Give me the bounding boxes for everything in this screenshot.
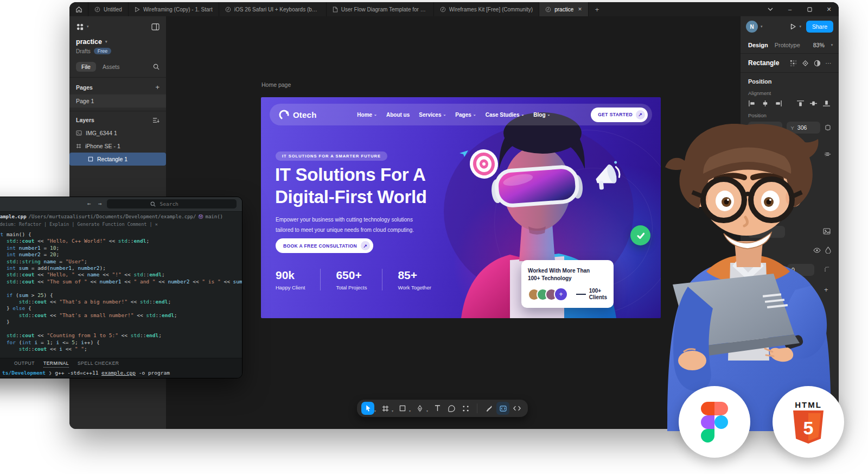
panel-tab-output[interactable]: OUTPUT [14,361,35,368]
zoom-level[interactable]: 83% [813,42,825,48]
editor-tab[interactable]: practice✕ [539,2,589,16]
actions-tool-icon[interactable] [459,402,472,415]
svg-text:5: 5 [803,418,814,438]
terminal-line[interactable]: ts/Development ❯ g++ -std=c++11 example.… [0,368,242,376]
tool-caret-icon[interactable]: ▾ [409,409,411,413]
align-right-icon[interactable] [774,100,782,107]
code-area[interactable]: int main() { std::cout << "Hello, C++ Wo… [0,230,242,352]
editor-tab[interactable]: Wireframes Kit [Free] (Community) [434,2,539,16]
window-tab-bar: UntitledWireframing (Copy) - 1. StartiOS… [69,2,839,17]
text-tool-icon[interactable] [431,402,444,415]
tool-caret-icon[interactable]: ▾ [392,409,393,413]
share-button[interactable]: Share [806,21,833,33]
tool-caret-icon[interactable]: ▾ [426,409,428,413]
hero-eyebrow-badge: IT SOLUTIONS FOR A SMARTER FUTURE [276,151,387,161]
forward-icon[interactable]: → [98,200,102,207]
blend-half-icon[interactable] [814,60,821,67]
figma-file-icon [94,7,100,12]
frame-name-label[interactable]: Home page [261,81,291,88]
align-v-center-icon[interactable] [809,100,818,107]
layer-item[interactable]: IMG_6344 1 [69,127,166,140]
move-tool-icon[interactable] [361,402,374,415]
comment-tool-icon[interactable] [445,402,458,415]
tab-file[interactable]: File [76,62,96,72]
design-canvas[interactable]: Home page [166,16,741,429]
tab-assets[interactable]: Assets [103,64,120,70]
html-wordmark: HTML [795,400,822,409]
get-started-button[interactable]: GET STARTED ↗ [591,108,648,122]
code-line: if (sum > 25) { [0,292,242,299]
editor-tab[interactable]: iOS 26 Safari UI + Keyboards (beta) ( [219,2,327,16]
close-tab-icon[interactable]: ✕ [578,7,582,12]
editor-tab[interactable]: User Flow Diagram Template for FigJ.. [327,2,434,16]
align-h-center-icon[interactable] [761,100,769,107]
nav-link[interactable]: Home ⌄ [357,112,377,118]
nav-link[interactable]: About us [386,112,410,118]
page-item[interactable]: Page 1 [69,94,166,108]
nav-link[interactable]: Pages ⌄ [455,112,476,118]
back-icon[interactable]: ← [87,200,91,207]
nav-link[interactable]: Services ⌄ [419,112,446,118]
align-bottom-icon[interactable] [822,100,831,107]
editor-tab[interactable]: Untitled [88,2,129,16]
pen-tool-icon[interactable] [413,402,426,415]
search-field[interactable] [107,199,237,208]
align-top-icon[interactable] [796,100,805,107]
layers-header: Layers [76,117,94,123]
menu-caret-icon: ▾ [87,24,89,29]
window-close-icon[interactable]: ✕ [819,2,839,16]
code-tool-icon[interactable] [510,402,524,415]
position-section-header: Position [748,78,831,85]
zoom-caret-icon[interactable]: ▾ [831,43,833,47]
design-frame-home-page[interactable]: Otech Home ⌄About usServices ⌄Pages ⌄Cas… [261,97,661,318]
panel-tab-spell-checker[interactable]: SPELL CHECKER [78,361,119,368]
tab-prototype[interactable]: Prototype [775,42,800,48]
frame-tool-icon[interactable] [379,402,392,415]
code-line: int main() { [0,231,242,238]
document-title[interactable]: practice [76,38,102,46]
canvas-toolbar: ▾▾▾▾ [357,400,528,417]
site-logo[interactable]: Otech [278,109,317,121]
layer-label: IMG_6344 1 [86,130,117,136]
layer-item[interactable]: Rectangle 1 [69,153,166,166]
home-tab[interactable] [69,2,88,16]
tab-design[interactable]: Design [748,42,768,48]
doc-caret-icon[interactable]: ▾ [105,40,107,44]
window-maximize-icon[interactable] [800,2,819,16]
user-avatar[interactable]: N [746,21,758,33]
window-minimize-icon[interactable]: – [780,2,800,16]
editor-tab[interactable]: Wireframing (Copy) - 1. Start [129,2,219,16]
tab-strip: UntitledWireframing (Copy) - 1. StartiOS… [88,2,589,16]
tool-caret-icon[interactable]: ▾ [374,409,376,413]
book-consultation-button[interactable]: BOOK A FREE CONSULTATION ↗ [276,238,373,253]
more-options-icon[interactable]: ⋯ [826,60,832,66]
nav-link[interactable]: Case Studies ⌄ [486,112,525,118]
search-icon[interactable] [153,64,159,70]
align-left-icon[interactable] [748,100,756,107]
dev-mode-tool-icon[interactable] [496,402,509,415]
layer-item[interactable]: iPhone SE - 1 [69,140,166,153]
search-input[interactable] [159,200,194,207]
code-line: std::cout << "That's a big number!" << s… [0,299,242,305]
draw-tool-icon[interactable] [482,402,495,415]
figma-menu-icon[interactable] [76,23,84,31]
present-caret-icon[interactable]: ▾ [799,24,801,29]
add-page-icon[interactable]: + [155,83,159,91]
window-menu-chevron-icon[interactable] [761,2,780,16]
shape-tool-icon[interactable] [396,402,409,415]
nav-link[interactable]: Blog ⌄ [533,112,550,118]
component-grid-icon[interactable] [790,60,797,67]
new-tab-button[interactable]: + [589,2,606,16]
codeium-hint[interactable]: Codeium: Refactor | Explain | Generate F… [0,222,242,230]
panel-toggle-icon[interactable] [151,23,159,30]
avatar-caret-icon[interactable]: ▾ [761,24,763,29]
stat-value: 650+ [336,269,367,282]
panel-tab-terminal[interactable]: TERMINAL [43,361,69,368]
layers-filter-icon[interactable] [152,117,159,123]
breadcrumb[interactable]: example.cpp /Users/murtuzaalisurti/Docum… [0,212,242,222]
doc-location[interactable]: Drafts [76,48,91,54]
html5-logo-badge: HTML 5 [773,386,844,458]
present-play-icon[interactable] [790,23,796,30]
plan-badge: Free [94,48,112,54]
styles-diamond-icon[interactable] [802,60,809,67]
